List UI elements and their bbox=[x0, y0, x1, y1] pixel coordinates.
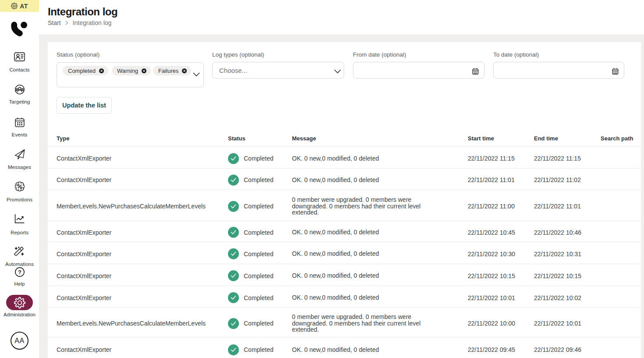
svg-text:?: ? bbox=[18, 269, 21, 276]
